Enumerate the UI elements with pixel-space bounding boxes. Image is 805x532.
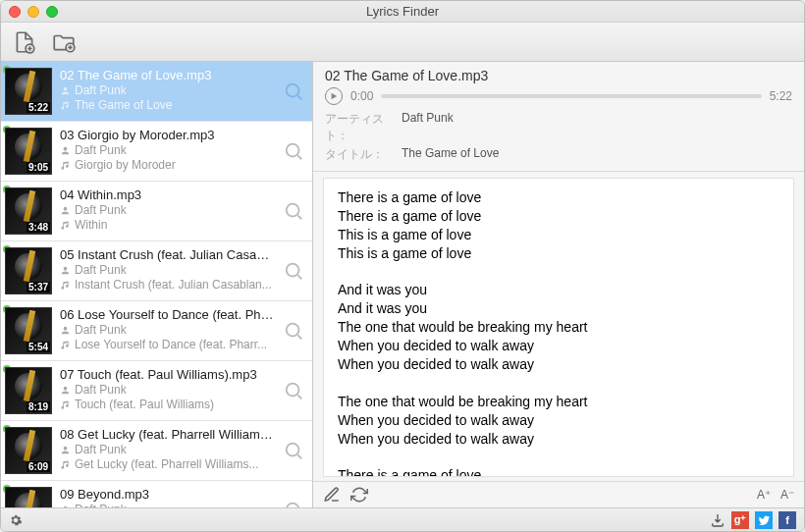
time-total: 5:22 [770,89,792,103]
duration-badge: 3:48 [27,222,50,233]
track-row[interactable]: 5:2202 The Game of Love.mp3Daft PunkThe … [1,62,312,122]
toolbar [1,23,804,62]
time-current: 0:00 [350,89,373,103]
lyrics-text[interactable]: There is a game of love There is a game … [323,178,794,477]
track-row[interactable]: 5:3705 Instant Crush (feat. Julian Casab… [1,241,312,301]
album-art: 4:50 [5,487,52,507]
track-title: Touch (feat. Paul Williams) [60,398,275,411]
duration-badge: 8:19 [27,401,50,412]
font-bigger-button[interactable]: A⁺ [757,488,771,502]
track-title: Lose Yourself to Dance (feat. Pharr... [60,338,275,351]
track-artist: Daft Punk [60,263,275,277]
track-row[interactable]: 3:4804 Within.mp3Daft PunkWithin [1,182,312,241]
add-file-button[interactable] [11,28,38,56]
add-folder-button[interactable] [50,28,78,56]
track-list[interactable]: 5:2202 The Game of Love.mp3Daft PunkThe … [1,62,313,507]
twitter-icon[interactable] [755,511,773,529]
search-icon[interactable] [283,260,304,282]
play-button[interactable] [325,87,343,105]
track-filename: 02 The Game of Love.mp3 [60,68,275,82]
track-artist: Daft Punk [60,443,275,456]
svg-point-2 [287,84,299,97]
search-icon[interactable] [283,200,304,222]
detail-title: The Game of Love [402,146,499,163]
track-title: Within [60,218,275,232]
track-artist: Daft Punk [60,203,275,217]
duration-badge: 6:09 [27,461,50,472]
svg-point-6 [287,324,299,337]
album-art: 8:19 [5,367,52,414]
detail-filename: 02 The Game of Love.mp3 [325,68,792,83]
track-artist: Daft Punk [60,503,275,507]
search-icon[interactable] [283,500,304,507]
album-art: 5:54 [5,307,52,354]
title-label: タイトル： [325,146,402,163]
track-row[interactable]: 4:5009 Beyond.mp3Daft PunkBeyond [1,481,312,507]
search-icon[interactable] [283,440,304,461]
duration-badge: 5:54 [27,342,50,352]
album-art: 3:48 [5,187,52,235]
track-filename: 06 Lose Yourself to Dance (feat. Phar... [60,307,275,322]
track-title: Giorgio by Moroder [60,158,275,172]
track-filename: 08 Get Lucky (feat. Pharrell Williams)..… [60,427,275,442]
track-filename: 05 Instant Crush (feat. Julian Casabla..… [60,247,275,262]
duration-badge: 5:37 [27,282,50,293]
detail-pane: 02 The Game of Love.mp3 0:00 5:22 アーティスト… [313,62,804,507]
statusbar: g⁺ f [1,507,804,531]
album-art: 5:22 [5,68,52,115]
duration-badge: 5:22 [27,102,50,113]
svg-point-8 [287,444,299,456]
progress-bar[interactable] [381,94,761,98]
search-icon[interactable] [283,140,304,162]
googleplus-icon[interactable]: g⁺ [731,511,749,529]
track-row[interactable]: 6:0908 Get Lucky (feat. Pharrell William… [1,421,312,481]
track-artist: Daft Punk [60,323,275,337]
track-filename: 04 Within.mp3 [60,187,275,202]
download-icon[interactable] [710,512,725,528]
track-artist: Daft Punk [60,383,275,397]
track-artist: Daft Punk [60,83,275,97]
search-icon[interactable] [283,80,304,102]
album-art: 9:05 [5,128,52,175]
window-title: Lyrics Finder [1,4,804,19]
search-icon[interactable] [283,380,304,401]
svg-point-3 [287,144,299,157]
album-art: 5:37 [5,247,52,294]
font-smaller-button[interactable]: A⁻ [780,488,794,502]
duration-badge: 9:05 [27,162,50,173]
svg-point-9 [287,504,299,507]
track-artist: Daft Punk [60,143,275,157]
detail-artist: Daft Punk [402,111,454,144]
edit-button[interactable] [323,486,341,504]
track-filename: 07 Touch (feat. Paul Williams).mp3 [60,367,275,382]
track-row[interactable]: 5:5406 Lose Yourself to Dance (feat. Pha… [1,301,312,361]
artist-label: アーティスト： [325,111,402,144]
track-title: The Game of Love [60,98,275,112]
search-icon[interactable] [283,320,304,342]
titlebar: Lyrics Finder [1,1,804,23]
track-filename: 03 Giorgio by Moroder.mp3 [60,128,275,142]
refresh-button[interactable] [350,486,368,504]
album-art: 6:09 [5,427,52,474]
settings-button[interactable] [9,513,23,527]
track-row[interactable]: 8:1907 Touch (feat. Paul Williams).mp3Da… [1,361,312,421]
svg-point-4 [287,204,299,217]
svg-point-5 [287,264,299,277]
track-title: Get Lucky (feat. Pharrell Williams... [60,457,275,471]
facebook-icon[interactable]: f [778,511,796,529]
track-row[interactable]: 9:0503 Giorgio by Moroder.mp3Daft PunkGi… [1,122,312,182]
track-filename: 09 Beyond.mp3 [60,487,275,502]
svg-point-7 [287,384,299,397]
track-title: Instant Crush (feat. Julian Casablan... [60,278,275,292]
